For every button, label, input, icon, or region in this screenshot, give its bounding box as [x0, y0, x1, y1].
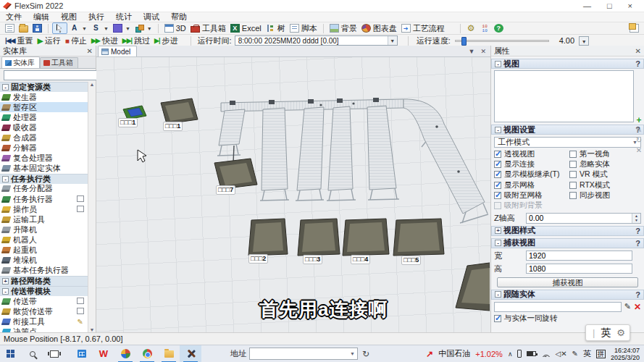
- eyedropper-icon[interactable]: ✎: [624, 302, 631, 311]
- new-model-button[interactable]: [3, 22, 17, 34]
- z-height-input[interactable]: [527, 214, 632, 222]
- tab-list-dropdown-icon[interactable]: ▼: [469, 48, 475, 55]
- library-item[interactable]: 堆垛机: [0, 256, 88, 266]
- cascade-window-icon[interactable]: [77, 309, 83, 314]
- collapse-icon[interactable]: -: [2, 176, 9, 182]
- library-item[interactable]: 暂存区: [0, 102, 88, 112]
- checkbox-box[interactable]: [569, 161, 577, 168]
- library-item[interactable]: 复合处理器: [0, 153, 88, 164]
- capture-view-button[interactable]: 捕获视图: [497, 277, 638, 287]
- library-item[interactable]: 基本固定实体: [0, 164, 88, 174]
- library-search-input[interactable]: [4, 70, 104, 80]
- object-label[interactable]: □□□5: [401, 256, 421, 265]
- object-label[interactable]: □□□2: [248, 254, 268, 264]
- battery-icon[interactable]: [527, 351, 536, 356]
- ime-settings-gear-icon[interactable]: ⚙: [616, 327, 625, 338]
- library-item[interactable]: 运输工具: [0, 214, 88, 224]
- section-view[interactable]: - 视图 ?: [491, 59, 644, 69]
- library-item[interactable]: 任务分配器: [0, 184, 88, 194]
- refresh-icon[interactable]: ↻: [362, 349, 369, 359]
- ime-float-panel[interactable]: | 英 ⚙: [585, 324, 630, 341]
- checkbox-rtx-mode[interactable]: RTX模式: [569, 181, 643, 189]
- checkbox-ignore-objects[interactable]: 忽略实体: [569, 160, 643, 168]
- chevron-down-icon[interactable]: ▼: [82, 26, 87, 31]
- library-item[interactable]: 处理器: [0, 112, 88, 122]
- phone-icon[interactable]: [517, 350, 522, 358]
- minimize-button[interactable]: —: [583, 1, 591, 10]
- toolbox-button[interactable]: 工具箱: [188, 22, 228, 34]
- speaker-muted-icon[interactable]: ◁✕: [555, 350, 566, 358]
- help-icon[interactable]: ?: [635, 227, 640, 235]
- pen-icon[interactable]: ✎: [572, 350, 578, 358]
- checkbox-box[interactable]: [494, 151, 501, 158]
- clear-icon[interactable]: ✕: [634, 302, 641, 312]
- library-group[interactable]: -任务执行类: [0, 174, 88, 184]
- tab-toolbox[interactable]: 工具箱: [40, 57, 78, 68]
- compile-button[interactable]: 1010: [478, 22, 492, 34]
- slider-thumb[interactable]: [461, 37, 467, 46]
- wifi-icon[interactable]: [541, 350, 550, 357]
- expand-icon[interactable]: +: [2, 278, 9, 285]
- run-button[interactable]: ▶运行: [35, 35, 62, 46]
- tab-library[interactable]: 实体库: [1, 56, 40, 68]
- settings-button[interactable]: ⚙: [464, 22, 478, 34]
- collapse-icon[interactable]: -: [2, 84, 9, 90]
- library-item[interactable]: 起重机: [0, 245, 88, 256]
- save-button[interactable]: [30, 22, 44, 34]
- checkbox-template-inherit[interactable]: 显示模板继承(T): [494, 171, 569, 179]
- delete-view-icon[interactable]: ✕: [636, 147, 642, 154]
- section-capture-view[interactable]: - 捕获视图 ?: [491, 238, 644, 248]
- chevron-down-icon[interactable]: ▼: [348, 351, 357, 356]
- library-item[interactable]: 分解器: [0, 143, 88, 153]
- flexsim-pinwheel-button[interactable]: [114, 345, 136, 362]
- object-label[interactable]: □□□1: [118, 118, 138, 127]
- section-view-style[interactable]: + 视图样式 ?: [491, 226, 644, 236]
- menu-view[interactable]: 视图: [61, 12, 77, 22]
- add-view-icon[interactable]: +: [636, 117, 641, 124]
- scroll-down-icon[interactable]: ▼: [90, 327, 95, 332]
- stock-change[interactable]: +1.02%: [475, 350, 503, 358]
- checkbox-box[interactable]: [569, 182, 577, 189]
- section-view-settings[interactable]: - 视图设置 ?: [491, 125, 644, 135]
- tab-close-icon[interactable]: ✕: [480, 48, 486, 55]
- rename-view-icon[interactable]: ✎: [636, 127, 642, 134]
- menu-execute[interactable]: 执行: [88, 12, 104, 22]
- help-icon[interactable]: ?: [635, 59, 640, 68]
- library-close-button[interactable]: ✕: [87, 47, 93, 55]
- tab-model[interactable]: Model: [98, 46, 137, 56]
- menu-edit[interactable]: 编辑: [33, 12, 49, 22]
- collapse-icon[interactable]: -: [495, 291, 501, 298]
- object-label[interactable]: □□□1: [163, 122, 183, 131]
- cascade-window-icon[interactable]: [77, 299, 83, 304]
- library-item[interactable]: 散货传送带: [0, 306, 88, 316]
- checkbox-box[interactable]: [494, 202, 501, 209]
- sconnect-tool-button[interactable]: S▼: [89, 22, 111, 34]
- chevron-down-icon[interactable]: ▼: [580, 37, 588, 45]
- runtime-combo[interactable]: 8:00:00 2025MM20 dddd [0.00] ▼: [235, 35, 398, 46]
- work-mode-select[interactable]: 工作模式 ▼: [494, 137, 641, 148]
- help-icon[interactable]: ?: [635, 239, 640, 248]
- tray-expand-icon[interactable]: ∧: [508, 350, 513, 358]
- stock-trend-icon[interactable]: ↗: [426, 349, 433, 359]
- script-button[interactable]: 脚本: [288, 22, 319, 34]
- library-group[interactable]: +路径网络类: [0, 276, 88, 286]
- file-explorer-button[interactable]: [158, 345, 180, 362]
- library-item[interactable]: 发生器: [0, 92, 88, 102]
- chevron-down-icon[interactable]: ▼: [104, 26, 109, 31]
- z-height-field[interactable]: ▲▼: [526, 213, 641, 224]
- checkbox-box[interactable]: [569, 171, 577, 178]
- properties-close-button[interactable]: ✕: [635, 47, 641, 55]
- help-button[interactable]: [492, 22, 506, 34]
- stock-name[interactable]: 中国石油: [438, 348, 470, 359]
- close-button[interactable]: ×: [628, 1, 632, 10]
- library-group[interactable]: -传送带模块: [0, 286, 88, 296]
- chevron-down-icon[interactable]: ▼: [388, 36, 397, 45]
- checkbox-box[interactable]: [494, 171, 501, 178]
- library-item[interactable]: 机器人: [0, 235, 88, 245]
- checkbox-snap-background[interactable]: 吸附到背景: [494, 202, 569, 210]
- checkbox-rotate-with-entity[interactable]: 与实体一同旋转: [494, 315, 641, 323]
- object-label[interactable]: □□□4: [351, 255, 370, 264]
- new-window-button[interactable]: [627, 22, 641, 34]
- help-icon[interactable]: ?: [635, 290, 640, 299]
- checkbox-box[interactable]: [494, 315, 501, 322]
